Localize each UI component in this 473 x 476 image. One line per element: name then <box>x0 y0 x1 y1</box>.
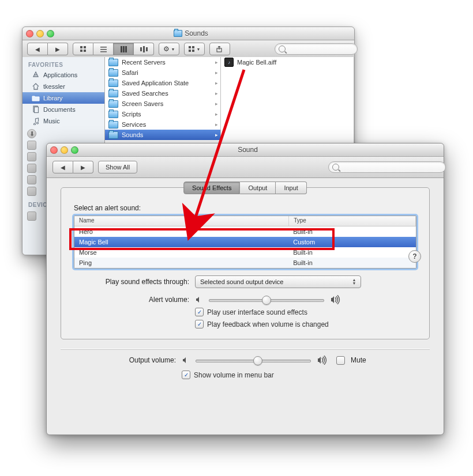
svg-rect-6 <box>100 51 107 52</box>
alert-volume-slider[interactable] <box>209 295 324 304</box>
sidebar-item-truncated[interactable] <box>27 175 36 184</box>
forward-button[interactable]: ▶ <box>73 161 93 173</box>
folder-row[interactable]: Saved Application State▸ <box>105 78 220 88</box>
svg-rect-9 <box>125 46 127 52</box>
view-coverflow-button[interactable] <box>134 43 154 55</box>
sidebar-item-music[interactable]: Music <box>22 115 104 127</box>
sidebar-item-applications[interactable]: Applications <box>22 69 104 81</box>
chk-ui-sounds[interactable]: ✓ <box>195 308 204 316</box>
play-through-popup[interactable]: Selected sound output device ▲▼ <box>195 275 361 288</box>
chk-mute[interactable] <box>336 356 345 365</box>
svg-rect-0 <box>80 46 82 48</box>
chk-feedback[interactable]: ✓ <box>195 320 204 328</box>
back-button[interactable]: ◀ <box>52 161 73 173</box>
divider <box>61 349 430 350</box>
folder-row[interactable]: Screen Savers▸ <box>105 99 220 109</box>
finder-toolbar: ◀ ▶ ⚙▼ ▼ <box>22 40 354 58</box>
prefs-search[interactable] <box>328 161 438 173</box>
tab-sound-effects[interactable]: Sound Effects <box>183 182 240 194</box>
row-label: Scripts <box>122 111 141 118</box>
chevron-right-icon: ▸ <box>215 101 218 107</box>
check-icon: ✓ <box>197 321 202 327</box>
folder-icon <box>108 131 118 139</box>
sidebar-item-truncated[interactable] <box>27 141 36 150</box>
chevron-right-icon: ▸ <box>215 111 218 117</box>
svg-rect-8 <box>123 46 125 52</box>
help-button[interactable]: ? <box>408 250 421 263</box>
grid-icon <box>80 46 87 52</box>
cell: Magic Bell <box>74 239 288 245</box>
speaker-low-icon <box>195 296 203 304</box>
svg-rect-15 <box>189 50 191 52</box>
table-row[interactable]: PingBuilt-in <box>74 258 416 268</box>
folder-row[interactable]: Scripts▸ <box>105 109 220 119</box>
zoom-icon[interactable] <box>71 146 78 154</box>
sidebar-item-truncated[interactable] <box>27 164 36 173</box>
chk-show-menu-row: ✓ Show volume in menu bar <box>182 371 430 379</box>
speaker-low-icon <box>182 356 190 364</box>
home-icon <box>32 82 40 90</box>
chk-feedback-row: ✓ Play feedback when volume is changed <box>195 320 416 328</box>
sidebar-item-truncated[interactable] <box>27 187 36 196</box>
close-icon[interactable] <box>50 146 58 154</box>
table-row[interactable]: MorseBuilt-in <box>74 247 416 258</box>
finder-search[interactable] <box>275 43 350 55</box>
finder-title: Sounds <box>57 29 325 37</box>
col-header-name[interactable]: Name <box>74 216 289 226</box>
alert-volume-label: Alert volume: <box>74 296 189 304</box>
svg-rect-19 <box>35 107 39 113</box>
table-row[interactable]: HeroBuilt-in <box>74 226 416 237</box>
arrange-menu-button[interactable]: ▼ <box>184 43 205 55</box>
chevron-left-icon: ◀ <box>35 46 40 52</box>
sidebar-item-truncated[interactable]: ⬇ <box>27 129 36 138</box>
view-mode-segmented <box>73 43 154 55</box>
share-button[interactable] <box>209 43 230 55</box>
finder-title-text: Sounds <box>185 29 208 37</box>
view-columns-button[interactable] <box>114 43 134 55</box>
sidebar-item-truncated[interactable] <box>27 211 36 221</box>
chevron-left-icon: ◀ <box>61 164 65 171</box>
forward-button[interactable]: ▶ <box>48 43 68 55</box>
cell: Built-in <box>288 228 416 235</box>
col-header-type[interactable]: Type <box>289 216 416 226</box>
tab-output[interactable]: Output <box>240 182 276 194</box>
sidebar-item-truncated[interactable] <box>27 152 36 161</box>
close-icon[interactable] <box>26 30 33 37</box>
file-row[interactable]: ♪ Magic Bell.aiff <box>221 57 354 67</box>
table-row-selected[interactable]: Magic BellCustom <box>74 237 416 247</box>
minimize-icon[interactable] <box>61 146 68 154</box>
folder-row[interactable]: Services▸ <box>105 119 220 130</box>
cell: Built-in <box>288 259 416 266</box>
tab-input[interactable]: Input <box>276 182 306 194</box>
check-icon: ✓ <box>184 372 189 378</box>
play-through-label: Play sound effects through: <box>74 278 189 286</box>
action-menu-button[interactable]: ⚙▼ <box>159 43 179 55</box>
finder-titlebar: Sounds <box>22 27 354 40</box>
minimize-icon[interactable] <box>36 30 44 37</box>
folder-row[interactable]: Saved Searches▸ <box>105 88 220 99</box>
folder-row-selected[interactable]: Sounds▸ <box>105 130 220 140</box>
row-label: Recent Servers <box>122 59 166 66</box>
mute-label: Mute <box>351 356 366 364</box>
prefs-tab-panel: Sound Effects Output Input Select an ale… <box>61 187 430 339</box>
folder-row[interactable]: Safari▸ <box>105 67 220 78</box>
sidebar-item-label: Music <box>43 118 60 124</box>
sidebar-item-library[interactable]: Library <box>22 92 104 104</box>
output-volume-label: Output volume: <box>61 356 176 364</box>
folder-row[interactable]: Recent Servers▸ <box>105 57 220 67</box>
output-volume-slider[interactable] <box>196 356 311 365</box>
sidebar-item-documents[interactable]: Documents <box>22 104 104 115</box>
sidebar-item-home[interactable]: tkessler <box>22 81 104 92</box>
view-icons-button[interactable] <box>73 43 93 55</box>
check-icon: ✓ <box>197 309 202 315</box>
sidebar-item-label: Documents <box>43 106 76 113</box>
zoom-icon[interactable] <box>47 30 54 37</box>
chevron-right-icon: ▶ <box>81 164 85 171</box>
svg-rect-12 <box>146 47 148 51</box>
svg-rect-10 <box>140 47 142 51</box>
view-list-button[interactable] <box>93 43 114 55</box>
chk-show-menu[interactable]: ✓ <box>182 371 190 379</box>
show-all-button[interactable]: Show All <box>98 161 137 173</box>
back-button[interactable]: ◀ <box>27 43 48 55</box>
sidebar-favorites-label: FAVORITES <box>22 59 104 69</box>
